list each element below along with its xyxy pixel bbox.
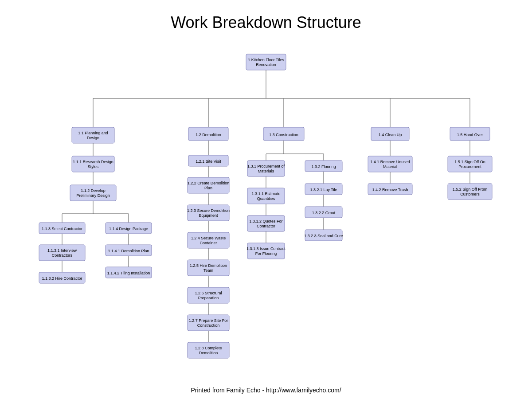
svg-text:1.1.4.1 Demolition Plan: 1.1.4.1 Demolition Plan	[108, 249, 149, 253]
svg-text:1.3.2 Flooring: 1.3.2 Flooring	[311, 164, 336, 169]
svg-text:1.5 Hand Over: 1.5 Hand Over	[457, 133, 483, 137]
svg-text:1.4 Clean Up: 1.4 Clean Up	[379, 133, 402, 137]
svg-text:1.1.3.2 Hire Contractor: 1.1.3.2 Hire Contractor	[42, 276, 82, 281]
wbs-diagram: 1 Kitchen Floor TilesRenovation 1.1 Plan…	[0, 41, 532, 373]
svg-text:1.1.3 Select Contractor: 1.1.3 Select Contractor	[42, 227, 82, 231]
svg-text:1.3.2.2 Grout: 1.3.2.2 Grout	[312, 211, 336, 215]
svg-text:1.3.2.1 Lay Tile: 1.3.2.1 Lay Tile	[310, 188, 337, 192]
svg-text:1.3.2.3 Seal and Cure: 1.3.2.3 Seal and Cure	[304, 234, 343, 238]
svg-text:1.2.1 Site Visit: 1.2.1 Site Visit	[196, 159, 221, 164]
svg-text:1.2 Demolition: 1.2 Demolition	[196, 133, 221, 137]
svg-text:1.1.2 DevelopPreliminary Desig: 1.1.2 DevelopPreliminary Design	[76, 188, 110, 198]
page-title: Work Breakdown Structure	[0, 0, 532, 41]
svg-text:1.3 Construction: 1.3 Construction	[269, 133, 298, 137]
svg-text:1.5.1 Sign Off OnProcurement: 1.5.1 Sign Off OnProcurement	[454, 160, 485, 169]
svg-text:1.1.4 Design Package: 1.1.4 Design Package	[109, 227, 148, 231]
svg-text:1.1.4.2 Tiling Installation: 1.1.4.2 Tiling Installation	[107, 271, 150, 275]
footer-text: Printed from Family Echo - http://www.fa…	[0, 378, 532, 403]
svg-text:1.4.2 Remove Trash: 1.4.2 Remove Trash	[372, 188, 408, 192]
svg-text:1.2.6 StructuralPreparation: 1.2.6 StructuralPreparation	[195, 291, 222, 300]
wbs-svg: 1 Kitchen Floor TilesRenovation 1.1 Plan…	[4, 41, 528, 373]
